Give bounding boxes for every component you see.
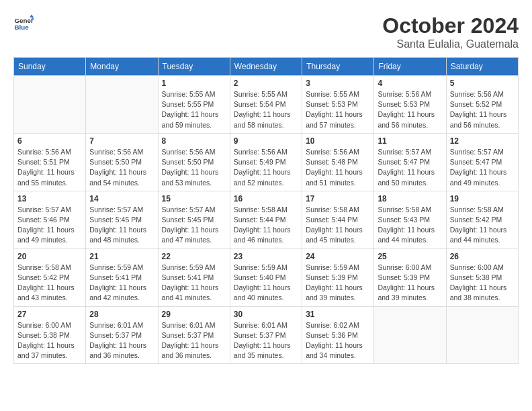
month-title: October 2024 [382,13,519,38]
svg-text:General: General [15,17,34,24]
day-number: 26 [450,252,515,261]
calendar-cell: 17Sunrise: 5:58 AMSunset: 5:44 PMDayligh… [302,191,374,248]
calendar-cell: 27Sunrise: 6:00 AMSunset: 5:38 PMDayligh… [14,306,86,364]
day-info: Sunrise: 5:59 AMSunset: 5:41 PMDaylight:… [162,263,226,304]
day-info: Sunrise: 5:56 AMSunset: 5:50 PMDaylight:… [162,147,226,188]
day-number: 18 [378,194,442,203]
day-of-week-header: Tuesday [158,58,230,76]
calendar-cell: 16Sunrise: 5:58 AMSunset: 5:44 PMDayligh… [230,191,302,248]
calendar-cell: 14Sunrise: 5:57 AMSunset: 5:45 PMDayligh… [86,191,158,248]
page-header: General Blue October 2024 Santa Eulalia,… [13,13,519,50]
day-info: Sunrise: 5:56 AMSunset: 5:50 PMDaylight:… [89,147,154,188]
day-info: Sunrise: 5:59 AMSunset: 5:39 PMDaylight:… [306,263,370,304]
calendar-cell: 24Sunrise: 5:59 AMSunset: 5:39 PMDayligh… [302,248,374,306]
logo-icon: General Blue [13,13,34,34]
day-number: 22 [162,252,226,261]
day-of-week-header: Sunday [14,58,86,76]
calendar-cell [86,76,158,134]
calendar-cell [446,306,518,364]
day-of-week-header: Friday [374,58,446,76]
day-info: Sunrise: 5:56 AMSunset: 5:48 PMDaylight:… [306,147,370,188]
calendar-cell: 18Sunrise: 5:58 AMSunset: 5:43 PMDayligh… [374,191,446,248]
calendar-cell: 3Sunrise: 5:55 AMSunset: 5:53 PMDaylight… [302,76,374,134]
day-info: Sunrise: 6:02 AMSunset: 5:36 PMDaylight:… [306,320,370,361]
day-number: 19 [450,194,515,203]
calendar-cell [374,306,446,364]
day-number: 6 [17,136,82,146]
day-info: Sunrise: 6:01 AMSunset: 5:37 PMDaylight:… [162,320,226,361]
day-info: Sunrise: 5:58 AMSunset: 5:44 PMDaylight:… [306,205,370,246]
svg-marker-2 [30,15,34,18]
calendar-cell: 2Sunrise: 5:55 AMSunset: 5:54 PMDaylight… [230,76,302,134]
day-info: Sunrise: 5:55 AMSunset: 5:53 PMDaylight:… [306,89,370,130]
day-info: Sunrise: 5:59 AMSunset: 5:40 PMDaylight:… [234,263,298,304]
calendar-cell: 6Sunrise: 5:56 AMSunset: 5:51 PMDaylight… [14,133,86,191]
day-number: 24 [306,252,370,261]
day-number: 31 [306,310,370,319]
calendar-cell: 22Sunrise: 5:59 AMSunset: 5:41 PMDayligh… [158,248,230,306]
day-number: 3 [306,79,370,88]
logo: General Blue [13,13,34,34]
day-number: 29 [162,310,226,319]
calendar-table: SundayMondayTuesdayWednesdayThursdayFrid… [13,57,519,364]
calendar-cell: 29Sunrise: 6:01 AMSunset: 5:37 PMDayligh… [158,306,230,364]
svg-text:Blue: Blue [15,24,30,31]
day-number: 21 [89,252,154,261]
calendar-cell: 30Sunrise: 6:01 AMSunset: 5:37 PMDayligh… [230,306,302,364]
day-info: Sunrise: 6:00 AMSunset: 5:38 PMDaylight:… [17,320,82,361]
calendar-cell: 9Sunrise: 5:56 AMSunset: 5:49 PMDaylight… [230,133,302,191]
calendar-cell: 31Sunrise: 6:02 AMSunset: 5:36 PMDayligh… [302,306,374,364]
day-number: 11 [378,136,442,146]
day-number: 12 [450,136,515,146]
calendar-header-row: SundayMondayTuesdayWednesdayThursdayFrid… [14,58,519,76]
calendar-cell: 23Sunrise: 5:59 AMSunset: 5:40 PMDayligh… [230,248,302,306]
calendar-cell: 4Sunrise: 5:56 AMSunset: 5:53 PMDaylight… [374,76,446,134]
day-of-week-header: Monday [86,58,158,76]
day-info: Sunrise: 5:58 AMSunset: 5:42 PMDaylight:… [450,205,515,246]
day-number: 16 [234,194,298,203]
day-number: 28 [89,310,154,319]
calendar-cell: 8Sunrise: 5:56 AMSunset: 5:50 PMDaylight… [158,133,230,191]
day-info: Sunrise: 5:56 AMSunset: 5:52 PMDaylight:… [450,89,515,130]
calendar-cell: 1Sunrise: 5:55 AMSunset: 5:55 PMDaylight… [158,76,230,134]
day-info: Sunrise: 5:59 AMSunset: 5:41 PMDaylight:… [89,263,154,304]
calendar-cell: 5Sunrise: 5:56 AMSunset: 5:52 PMDaylight… [446,76,518,134]
day-number: 17 [306,194,370,203]
day-info: Sunrise: 6:00 AMSunset: 5:38 PMDaylight:… [450,263,515,304]
day-number: 23 [234,252,298,261]
day-number: 5 [450,79,515,88]
day-number: 10 [306,136,370,146]
day-number: 14 [89,194,154,203]
calendar-week-row: 27Sunrise: 6:00 AMSunset: 5:38 PMDayligh… [14,306,519,364]
calendar-cell: 28Sunrise: 6:01 AMSunset: 5:37 PMDayligh… [86,306,158,364]
day-number: 8 [162,136,226,146]
calendar-cell: 20Sunrise: 5:58 AMSunset: 5:42 PMDayligh… [14,248,86,306]
calendar-cell: 13Sunrise: 5:57 AMSunset: 5:46 PMDayligh… [14,191,86,248]
day-info: Sunrise: 6:01 AMSunset: 5:37 PMDaylight:… [234,320,298,361]
calendar-cell: 12Sunrise: 5:57 AMSunset: 5:47 PMDayligh… [446,133,518,191]
day-number: 15 [162,194,226,203]
day-info: Sunrise: 5:56 AMSunset: 5:51 PMDaylight:… [17,147,82,188]
calendar-cell: 26Sunrise: 6:00 AMSunset: 5:38 PMDayligh… [446,248,518,306]
calendar-cell: 10Sunrise: 5:56 AMSunset: 5:48 PMDayligh… [302,133,374,191]
calendar-cell: 21Sunrise: 5:59 AMSunset: 5:41 PMDayligh… [86,248,158,306]
day-number: 25 [378,252,442,261]
day-number: 20 [17,252,82,261]
calendar-week-row: 13Sunrise: 5:57 AMSunset: 5:46 PMDayligh… [14,191,519,248]
day-number: 7 [89,136,154,146]
day-info: Sunrise: 5:58 AMSunset: 5:42 PMDaylight:… [17,263,82,304]
day-info: Sunrise: 5:55 AMSunset: 5:54 PMDaylight:… [234,89,298,130]
calendar-cell [14,76,86,134]
day-of-week-header: Thursday [302,58,374,76]
day-number: 2 [234,79,298,88]
day-info: Sunrise: 5:58 AMSunset: 5:43 PMDaylight:… [378,205,442,246]
day-info: Sunrise: 5:55 AMSunset: 5:55 PMDaylight:… [162,89,226,130]
calendar-week-row: 1Sunrise: 5:55 AMSunset: 5:55 PMDaylight… [14,76,519,134]
calendar-cell: 7Sunrise: 5:56 AMSunset: 5:50 PMDaylight… [86,133,158,191]
day-number: 27 [17,310,82,319]
day-info: Sunrise: 5:57 AMSunset: 5:47 PMDaylight:… [378,147,442,188]
calendar-cell: 19Sunrise: 5:58 AMSunset: 5:42 PMDayligh… [446,191,518,248]
day-info: Sunrise: 5:57 AMSunset: 5:45 PMDaylight:… [162,205,226,246]
day-of-week-header: Wednesday [230,58,302,76]
day-number: 13 [17,194,82,203]
